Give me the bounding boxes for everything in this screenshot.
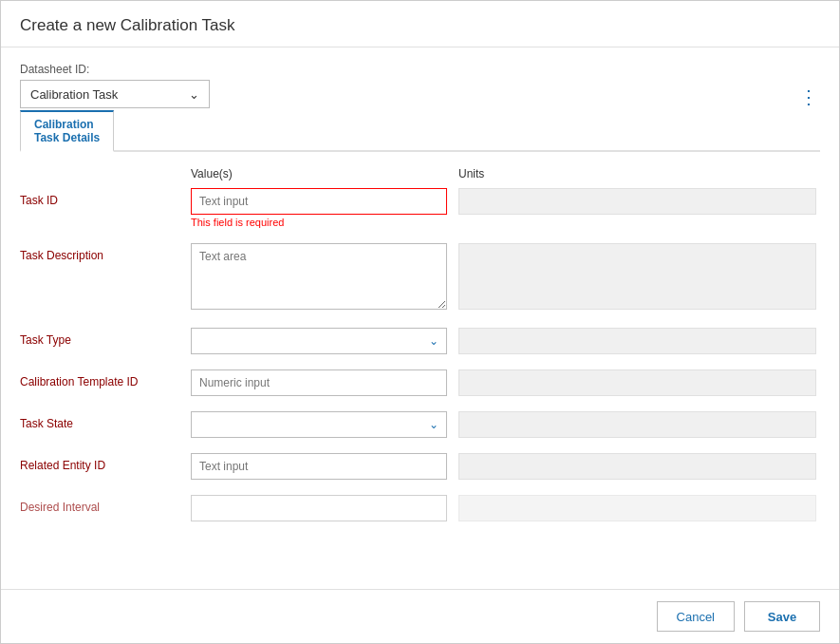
task-type-dropdown[interactable]: ⌄ xyxy=(191,328,447,354)
calibration-template-id-controls xyxy=(191,369,816,396)
task-id-controls: This field is required xyxy=(191,188,816,228)
task-type-label: Task Type xyxy=(20,328,191,347)
desired-interval-label: Desired Interval xyxy=(20,495,191,514)
content-area: Value(s) Units Task ID This field is req… xyxy=(20,152,820,589)
related-entity-id-value-wrap xyxy=(191,453,447,480)
task-type-value-wrap: ⌄ xyxy=(191,328,447,354)
modal-body: Datasheet ID: Calibration Task ⌄ ⋮ Calib… xyxy=(1,47,839,589)
form-table: Value(s) Units Task ID This field is req… xyxy=(20,152,816,552)
task-description-input[interactable] xyxy=(191,243,447,310)
datasheet-dropdown[interactable]: Calibration Task ⌄ xyxy=(20,80,210,108)
desired-interval-controls xyxy=(191,495,816,521)
column-headers: Value(s) Units xyxy=(191,167,816,180)
modal-header: Create a new Calibration Task xyxy=(1,1,839,47)
task-type-controls: ⌄ xyxy=(191,328,816,354)
chevron-down-icon: ⌄ xyxy=(429,418,439,431)
desired-interval-value-wrap xyxy=(191,495,447,521)
modal-container: Create a new Calibration Task Datasheet … xyxy=(0,0,840,644)
calibration-template-id-value-wrap xyxy=(191,369,447,396)
values-column-header: Value(s) xyxy=(191,167,447,180)
modal-footer: Cancel Save xyxy=(1,589,839,643)
chevron-down-icon: ⌄ xyxy=(189,87,199,102)
task-type-units xyxy=(458,328,816,354)
save-button[interactable]: Save xyxy=(744,601,820,632)
field-row-task-id: Task ID This field is required xyxy=(20,188,816,228)
field-row-task-state: Task State ⌄ xyxy=(20,411,816,438)
task-description-value-wrap xyxy=(191,243,447,313)
related-entity-id-units xyxy=(458,453,816,480)
calibration-template-id-units xyxy=(458,369,816,396)
field-row-calibration-template-id: Calibration Template ID xyxy=(20,369,816,396)
task-description-controls xyxy=(191,243,816,313)
modal-title: Create a new Calibration Task xyxy=(20,16,234,34)
task-state-units xyxy=(458,411,816,438)
task-state-controls: ⌄ xyxy=(191,411,816,438)
three-dots-menu[interactable]: ⋮ xyxy=(799,85,820,108)
task-description-units xyxy=(458,243,816,310)
related-entity-id-input[interactable] xyxy=(191,453,447,480)
field-row-desired-interval: Desired Interval xyxy=(20,495,816,521)
related-entity-id-label: Related Entity ID xyxy=(20,453,191,472)
related-entity-id-controls xyxy=(191,453,816,480)
calibration-template-id-input[interactable] xyxy=(191,369,447,396)
datasheet-dropdown-value: Calibration Task xyxy=(30,87,118,102)
task-state-value-wrap: ⌄ xyxy=(191,411,447,438)
task-description-label: Task Description xyxy=(20,243,191,262)
task-id-units xyxy=(458,188,816,215)
field-row-related-entity-id: Related Entity ID xyxy=(20,453,816,480)
cancel-button[interactable]: Cancel xyxy=(657,601,735,632)
task-state-dropdown[interactable]: ⌄ xyxy=(191,411,447,438)
task-id-input[interactable] xyxy=(191,188,447,215)
field-row-task-type: Task Type ⌄ xyxy=(20,328,816,354)
datasheet-section: Datasheet ID: Calibration Task ⌄ ⋮ xyxy=(20,63,820,108)
task-id-label: Task ID xyxy=(20,188,191,207)
units-column-header: Units xyxy=(458,167,807,180)
desired-interval-units xyxy=(458,495,816,521)
chevron-down-icon: ⌄ xyxy=(429,334,439,348)
datasheet-left: Datasheet ID: Calibration Task ⌄ xyxy=(20,63,210,108)
task-id-value-wrap: This field is required xyxy=(191,188,447,228)
tabs-container: CalibrationTask Details xyxy=(20,108,820,152)
calibration-template-id-label: Calibration Template ID xyxy=(20,369,191,388)
tab-calibration-task-details[interactable]: CalibrationTask Details xyxy=(20,110,114,152)
task-id-error: This field is required xyxy=(191,217,447,228)
task-state-label: Task State xyxy=(20,411,191,430)
datasheet-label: Datasheet ID: xyxy=(20,63,210,76)
field-row-task-description: Task Description xyxy=(20,243,816,313)
desired-interval-input[interactable] xyxy=(191,495,447,521)
